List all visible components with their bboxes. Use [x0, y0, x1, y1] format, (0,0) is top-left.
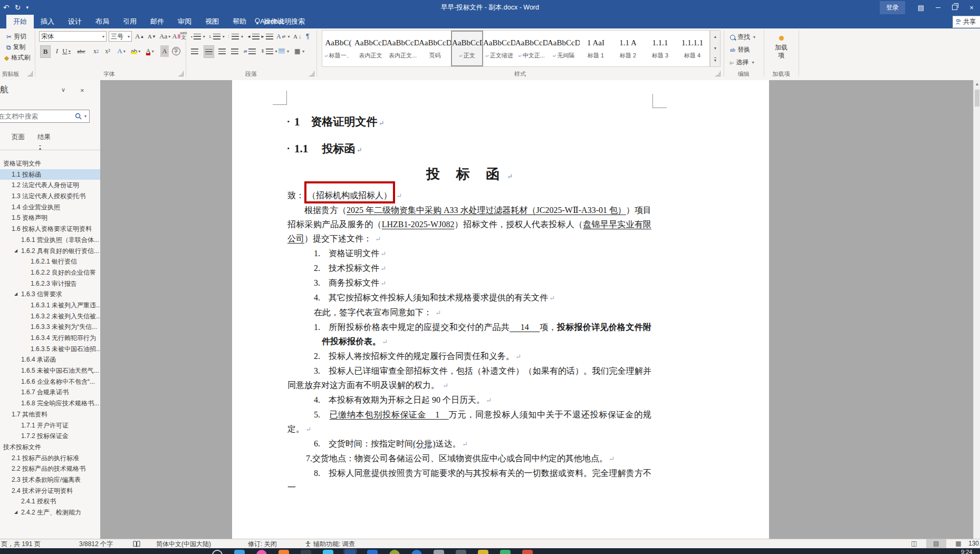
blue-app-icon[interactable]: [367, 550, 378, 554]
nav-heading-item[interactable]: 1.6.3.1 未被列入严重违...: [0, 300, 100, 311]
nav-heading-item[interactable]: 资格证明文件: [0, 158, 100, 169]
nav-heading-item[interactable]: 1.5 资格声明: [0, 212, 100, 223]
decrease-indent-icon[interactable]: ◄: [247, 31, 260, 42]
nav-heading-item[interactable]: 1.7 其他资料: [0, 409, 100, 420]
style-card[interactable]: AaBbCcDdI↵正文缩进: [483, 31, 515, 66]
restore-button[interactable]: [946, 0, 963, 15]
nav-heading-item[interactable]: 1.7.1 开户许可证: [0, 420, 100, 431]
style-card[interactable]: 1.1 A标题 2: [612, 31, 644, 66]
ribbon-display-options-icon[interactable]: ▤: [912, 0, 929, 15]
distribute-icon[interactable]: ⇄: [244, 45, 256, 57]
language-status[interactable]: 简体中文(中国大陆): [156, 540, 211, 549]
gray-app-icon[interactable]: [434, 550, 444, 554]
multilevel-list-icon[interactable]: ⋮▾: [227, 31, 243, 42]
align-right-icon[interactable]: [218, 45, 226, 57]
ribbon-tab[interactable]: 布局: [89, 15, 116, 28]
nav-tab-pages[interactable]: 页面: [12, 133, 25, 145]
cyan-app-icon[interactable]: [323, 550, 333, 554]
style-card[interactable]: 1.1.1标题 3: [644, 31, 676, 66]
accessibility-status[interactable]: 辅助功能: 调查: [313, 540, 355, 549]
proofing-icon[interactable]: [133, 541, 140, 547]
page-body[interactable]: ▪1 资格证明文件↵▪1.1 投标函↵投 标 函↵致：（招标机构或招标人）↵根据…: [287, 80, 651, 494]
style-card[interactable]: AaBbC(↵标题一、: [322, 31, 354, 66]
minimize-button[interactable]: [929, 0, 946, 15]
print-layout-view-button[interactable]: ▤: [926, 539, 946, 548]
font-dialog-launcher[interactable]: [178, 71, 184, 76]
nav-heading-item[interactable]: 2.1 投标产品的执行标准: [0, 453, 100, 464]
taskbar-clock[interactable]: 9:24: [961, 549, 972, 554]
nav-heading-item[interactable]: ◢1.6.2 具有良好的银行资信...: [0, 246, 100, 257]
nav-heading-item[interactable]: 1.6.4 承诺函: [0, 354, 100, 365]
nav-heading-item[interactable]: ◢1.6.3 信誉要求: [0, 289, 100, 300]
word-count-status[interactable]: 3/8812 个字: [79, 540, 113, 549]
font-name-combo[interactable]: 宋体▾: [39, 31, 107, 42]
style-card[interactable]: 1 AaI标题 1: [580, 31, 612, 66]
nav-heading-item[interactable]: 技术投标文件: [0, 442, 100, 453]
nav-heading-item[interactable]: 1.7.2 投标保证金: [0, 431, 100, 442]
tell-me-search[interactable]: 操作说明搜索: [254, 15, 305, 28]
sort-icon[interactable]: A↓: [293, 31, 301, 42]
borders-icon[interactable]: ▦▾: [294, 45, 304, 57]
style-card[interactable]: AaBbCcDdI表内正文...: [387, 31, 419, 66]
shrink-font-button[interactable]: A▼: [148, 31, 156, 42]
select-button[interactable]: ▻选择▾: [730, 58, 754, 67]
ribbon-tab[interactable]: 插入: [34, 15, 61, 28]
character-shading-button[interactable]: A: [160, 45, 169, 57]
nav-heading-item[interactable]: 1.6.5 未被中国石油天然气...: [0, 365, 100, 376]
olive-app-icon[interactable]: [389, 550, 400, 554]
page-count-status[interactable]: 页，共 191 页: [1, 540, 41, 549]
font-color-button[interactable]: A▾: [146, 45, 154, 57]
superscript-button[interactable]: x²: [103, 45, 112, 57]
word-app-icon[interactable]: [345, 550, 356, 554]
cut-button[interactable]: ✂剪切: [6, 32, 26, 41]
nav-heading-item[interactable]: 1.6.7 合规承诺书: [0, 387, 100, 398]
nav-heading-item[interactable]: 1.6.1 营业执照（非联合体...: [0, 235, 100, 246]
format-painter-button[interactable]: ◆格式刷: [4, 53, 30, 62]
ribbon-tab[interactable]: 视图: [198, 15, 226, 28]
nav-search-icon[interactable]: [75, 113, 82, 120]
shading-icon[interactable]: ▾: [278, 45, 289, 57]
highlight-color-button[interactable]: ab▾: [131, 45, 140, 57]
phonetic-guide-button[interactable]: wén文: [179, 30, 188, 41]
clipboard-dialog-launcher[interactable]: [27, 71, 33, 76]
search-app-icon[interactable]: [212, 550, 223, 554]
nav-heading-item[interactable]: 1.6 投标人资格要求证明资料: [0, 223, 100, 235]
grow-font-button[interactable]: A▲: [135, 31, 144, 42]
asian-layout-icon[interactable]: A⇄▾: [276, 31, 290, 42]
underline-button[interactable]: U▾: [62, 45, 71, 57]
red-app-icon[interactable]: [522, 550, 533, 554]
style-card[interactable]: AaBbCcD(页码: [419, 31, 451, 66]
ribbon-tab[interactable]: 帮助: [226, 15, 253, 28]
nav-heading-item[interactable]: 2.4.1 授权书: [0, 496, 100, 507]
nav-heading-item[interactable]: 1.6.3.2 未被列入失信被...: [0, 311, 100, 322]
scroll-up-icon[interactable]: ▲: [974, 82, 980, 86]
monitor-app-icon[interactable]: [234, 550, 245, 554]
nav-heading-item[interactable]: 2.3 技术条款响应/偏离表: [0, 474, 100, 485]
vertical-scrollbar[interactable]: ▲: [973, 80, 980, 539]
enclose-characters-button[interactable]: 字: [172, 45, 180, 57]
style-card[interactable]: AaBbCcD(↵无间隔: [547, 31, 580, 66]
style-card[interactable]: AaBbCcD(↵正文: [451, 31, 483, 66]
nav-heading-item[interactable]: 1.6.2.3 审计报告: [0, 278, 100, 289]
nav-tab-results[interactable]: 结果: [37, 133, 51, 145]
change-case-button[interactable]: Aa▾: [159, 31, 170, 42]
align-left-icon[interactable]: [191, 45, 198, 57]
nav-heading-item[interactable]: ◢2.4.2 生产、检测能力: [0, 507, 100, 518]
subscript-button[interactable]: x2: [92, 45, 100, 57]
gallery-up-icon[interactable]: ▴: [714, 34, 716, 39]
nav-heading-item[interactable]: 1.3 法定代表人授权委托书: [0, 191, 100, 202]
dark-app-icon[interactable]: [301, 550, 311, 554]
close-button[interactable]: ×: [963, 0, 980, 15]
read-mode-view-button[interactable]: ◫: [904, 539, 924, 548]
strikethrough-button[interactable]: abc: [77, 45, 85, 57]
nav-heading-item[interactable]: 1.6.3.5 未被中国石油招...: [0, 344, 100, 355]
nav-heading-item[interactable]: 1.6.2.1 银行资信: [0, 256, 100, 267]
track-changes-status[interactable]: 修订: 关闭: [248, 540, 277, 549]
justify-icon[interactable]: [231, 45, 238, 57]
nav-heading-item[interactable]: 2.4 技术评分证明资料: [0, 485, 100, 497]
web-layout-view-button[interactable]: ▦: [948, 539, 968, 548]
ribbon-tab[interactable]: 设计: [61, 15, 89, 28]
nav-heading-item[interactable]: 1.6.3.3 未被列为“失信...: [0, 322, 100, 333]
expand-triangle-icon[interactable]: ◢: [14, 246, 17, 257]
show-hide-marks-icon[interactable]: ¶: [306, 31, 309, 42]
